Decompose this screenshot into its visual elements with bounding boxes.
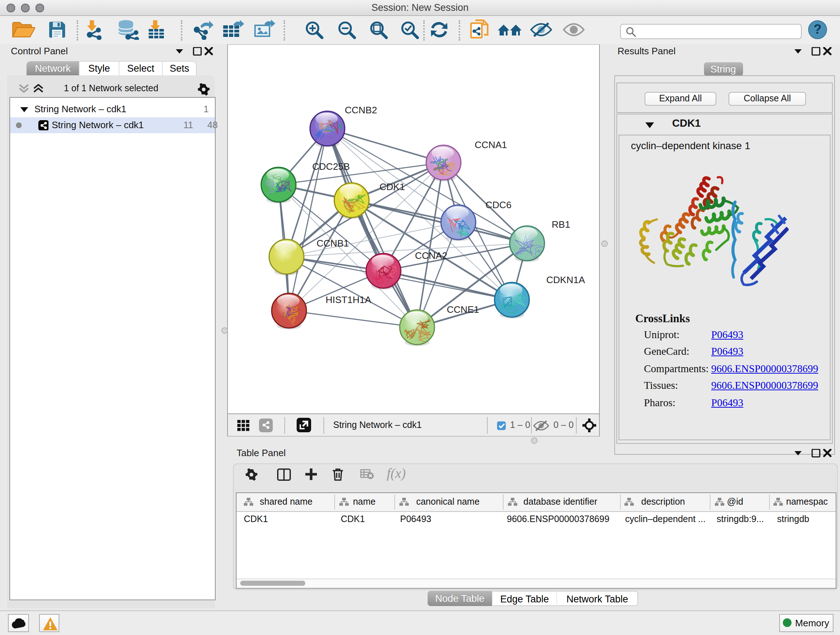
svg-text:CCNB1: CCNB1 (317, 238, 349, 249)
svg-text:CCNE1: CCNE1 (447, 304, 479, 315)
svg-text:HIST1H1A: HIST1H1A (325, 295, 371, 305)
svg-text:CDK1: CDK1 (379, 181, 405, 192)
svg-text:CCNB2: CCNB2 (345, 105, 377, 116)
svg-text:?: ? (813, 21, 821, 36)
svg-text:RB1: RB1 (552, 219, 570, 230)
svg-text:CDC25B: CDC25B (312, 161, 350, 172)
svg-text:CDC6: CDC6 (485, 200, 512, 211)
svg-text:CCNA2: CCNA2 (415, 250, 447, 261)
svg-text:CCNA1: CCNA1 (475, 139, 507, 150)
svg-text:CDKN1A: CDKN1A (546, 274, 585, 285)
